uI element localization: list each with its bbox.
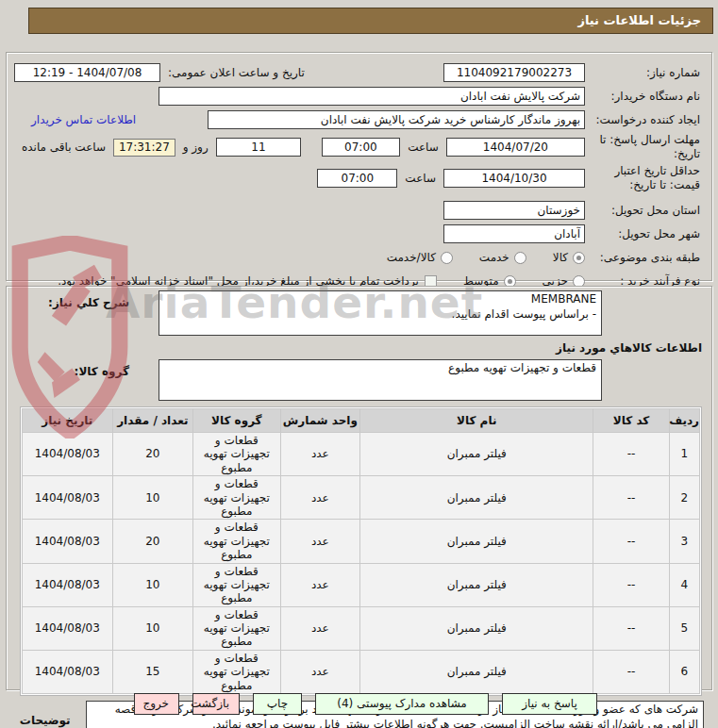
need-description-label: شرح کلي نیاز:	[14, 290, 129, 336]
exit-button[interactable]: خروج	[134, 693, 179, 715]
table-cell: 20	[112, 433, 192, 476]
need-number-field[interactable]: 1104092179002273	[443, 63, 585, 82]
col-need-date: تاریخ نیاز	[23, 409, 113, 433]
radio-goods-service-label: کالا/خدمت	[387, 251, 436, 264]
goods-table: ردیف کد کالا نام کالا واحد شمارش گروه کا…	[22, 408, 700, 694]
table-cell: قطعات و تجهیزات تهویه مطبوع	[193, 606, 281, 650]
table-cell: عدد	[280, 433, 359, 476]
radio-goods-service[interactable]: کالا/خدمت	[387, 251, 453, 264]
classification-row: طبقه بندی موضوعی: کالا خدمت کالا/خدمت	[14, 247, 700, 268]
table-cell: قطعات و تجهیزات تهویه مطبوع	[193, 563, 281, 606]
action-buttons: پاسخ به نیاز مشاهده مدارک پیوستی (4) چاپ…	[121, 693, 597, 715]
col-unit: واحد شمارش	[280, 409, 359, 433]
deadline-date-field[interactable]: 1404/07/20	[446, 138, 585, 157]
table-cell: 15	[112, 650, 192, 693]
general-info-groupbox: شماره نیاز: 1104092179002273 تاریخ و ساع…	[6, 52, 712, 281]
table-cell: عدد	[280, 563, 359, 606]
table-row: 5--فیلتر ممبرانعددقطعات و تجهیزات تهویه …	[23, 606, 700, 650]
col-item-code: کد کالا	[593, 409, 669, 433]
days-and-label: روز و	[183, 141, 209, 154]
col-group: گروه کالا	[193, 409, 281, 433]
table-cell: قطعات و تجهیزات تهویه مطبوع	[193, 520, 281, 563]
table-cell: عدد	[280, 476, 359, 520]
radio-goods-label: کالا	[553, 251, 568, 264]
price-validity-label: حداقل تاریخ اعتبار قیمت: تا تاریخ:	[585, 164, 700, 192]
radio-service-label: خدمت	[479, 251, 509, 264]
price-validity-hour-label: ساعت	[405, 172, 436, 185]
buyer-org-field[interactable]: شرکت پالایش نفت ابادان	[159, 87, 585, 106]
table-row: 1--فیلتر ممبرانعددقطعات و تجهیزات تهویه …	[23, 433, 700, 476]
buyer-notes-label: توضیحات خریدار:	[14, 701, 71, 728]
table-cell: --	[593, 520, 669, 563]
col-item-name: نام کالا	[360, 409, 593, 433]
remaining-days-field[interactable]: 11	[216, 138, 301, 157]
radio-service-icon[interactable]	[514, 252, 526, 264]
radio-service[interactable]: خدمت	[479, 251, 526, 264]
price-validity-row: حداقل تاریخ اعتبار قیمت: تا تاریخ: 1404/…	[14, 164, 700, 192]
need-details-groupbox: MEMBRANE - براساس پیوست اقدام نمایید. شر…	[6, 286, 712, 690]
table-cell: فیلتر ممبران	[360, 433, 593, 476]
back-button[interactable]: بازگشت	[192, 693, 240, 715]
table-cell: 1404/08/03	[23, 433, 113, 476]
print-button[interactable]: چاپ	[253, 693, 302, 715]
request-creator-row: ایجاد کننده درخواست: بهروز ماندگار کارشن…	[14, 109, 700, 130]
table-cell: 10	[112, 563, 192, 606]
table-cell: فیلتر ممبران	[360, 563, 593, 606]
table-cell: فیلتر ممبران	[360, 520, 593, 563]
radio-goods-icon[interactable]	[573, 252, 585, 264]
announce-datetime-field[interactable]: 1404/07/08 - 12:19	[14, 63, 160, 82]
table-cell: --	[593, 433, 669, 476]
need-description-textarea[interactable]: MEMBRANE - براساس پیوست اقدام نمایید.	[159, 290, 602, 336]
classification-options: کالا خدمت کالا/خدمت	[360, 251, 585, 264]
buyer-contact-link[interactable]: اطلاعات تماس خریدار	[31, 113, 136, 126]
hours-remaining-label: ساعت باقی مانده	[22, 141, 106, 154]
table-cell: قطعات و تجهیزات تهویه مطبوع	[193, 476, 281, 520]
request-creator-field[interactable]: بهروز ماندگار کارشناس خرید شرکت پالایش ن…	[208, 110, 585, 129]
table-cell: قطعات و تجهیزات تهویه مطبوع	[193, 650, 281, 693]
table-cell: 4	[669, 563, 699, 606]
deadline-label: مهلت ارسال پاسخ: تا تاریخ:	[585, 133, 700, 161]
table-cell: عدد	[280, 520, 359, 563]
respond-button[interactable]: پاسخ به نیاز	[502, 693, 597, 715]
table-cell: --	[593, 476, 669, 520]
goods-table-header-row: ردیف کد کالا نام کالا واحد شمارش گروه کا…	[23, 409, 700, 433]
request-creator-label: ایجاد کننده درخواست:	[585, 113, 700, 127]
goods-group-row: قطعات و تجهیزات تهویه مطبوع گروه کالا:	[14, 359, 704, 401]
city-field[interactable]: آبادان	[443, 224, 585, 243]
table-cell: عدد	[280, 650, 359, 693]
table-cell: 6	[669, 650, 699, 693]
table-row: 4--فیلتر ممبرانعددقطعات و تجهیزات تهویه …	[23, 563, 700, 606]
table-cell: عدد	[280, 606, 359, 650]
page-title: جزئیات اطلاعات نیاز	[28, 8, 713, 34]
col-row-number: ردیف	[669, 409, 699, 433]
table-cell: 2	[669, 476, 699, 520]
table-cell: 1404/08/03	[23, 476, 113, 520]
goods-group-label: گروه کالا:	[14, 359, 129, 401]
price-validity-hour-field[interactable]: 07:00	[317, 169, 397, 188]
table-cell: 20	[112, 520, 192, 563]
radio-goods[interactable]: کالا	[553, 251, 585, 264]
table-cell: 1404/08/03	[23, 563, 113, 606]
table-cell: --	[593, 650, 669, 693]
price-validity-date-field[interactable]: 1404/10/30	[443, 169, 585, 188]
table-cell: قطعات و تجهیزات تهویه مطبوع	[193, 433, 281, 476]
table-cell: 10	[112, 606, 192, 650]
col-quantity: تعداد / مقدار	[112, 409, 192, 433]
goods-table-wrap: ردیف کد کالا نام کالا واحد شمارش گروه کا…	[20, 406, 702, 696]
table-cell: 3	[669, 520, 699, 563]
table-cell: --	[593, 563, 669, 606]
deadline-hour-field[interactable]: 07:00	[322, 138, 401, 157]
need-number-label: شماره نیاز:	[585, 66, 700, 80]
view-attachments-button[interactable]: مشاهده مدارک پیوستی (4)	[315, 693, 489, 715]
radio-goods-service-icon[interactable]	[441, 252, 453, 264]
province-row: استان محل تحویل: خوزستان	[14, 200, 700, 221]
city-row: شهر محل تحویل: آبادان	[14, 223, 700, 244]
goods-group-textarea[interactable]: قطعات و تجهیزات تهویه مطبوع	[159, 359, 602, 401]
table-cell: --	[593, 606, 669, 650]
deadline-row: مهلت ارسال پاسخ: تا تاریخ: 1404/07/20 سا…	[14, 133, 700, 161]
table-cell: فیلتر ممبران	[360, 650, 593, 693]
city-label: شهر محل تحویل:	[585, 227, 700, 241]
buyer-org-label: نام دستگاه خریدار:	[585, 90, 700, 104]
announce-label: تاریخ و ساعت اعلان عمومی:	[168, 66, 305, 79]
province-field[interactable]: خوزستان	[443, 201, 585, 220]
